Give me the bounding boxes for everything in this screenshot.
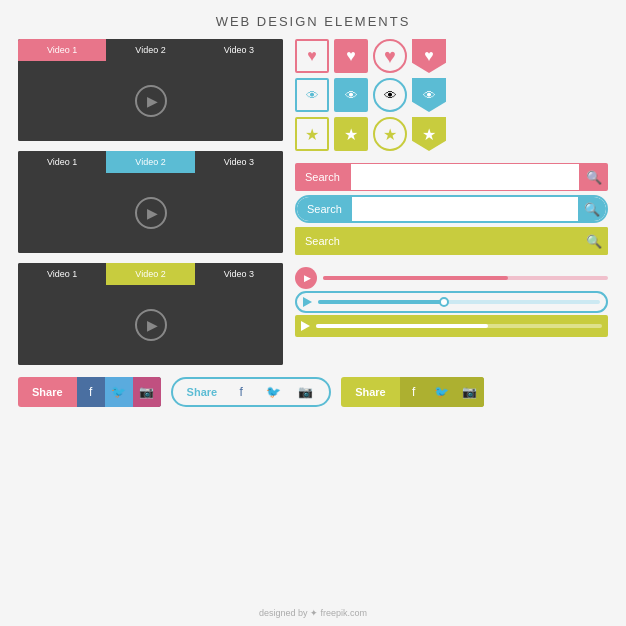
eye-outline-blue: 👁: [295, 78, 329, 112]
page-title: WEB DESIGN ELEMENTS: [0, 0, 626, 39]
share-label-blue: Share: [183, 379, 228, 405]
video-screen-1: ▶: [18, 61, 283, 141]
player-bars: ▶: [295, 267, 608, 339]
star-fill-yellow: ★: [334, 117, 368, 151]
video-tab-1-3[interactable]: Video 3: [195, 39, 283, 61]
star-outline-yellow: ★: [295, 117, 329, 151]
play-button-3[interactable]: ▶: [135, 309, 167, 341]
video-screen-3: ▶: [18, 285, 283, 365]
right-column: ♥ ♥ ♥ ♥ 👁 👁 👁 👁 ★ ★ ★ ★ Search 🔍: [295, 39, 608, 365]
play-button-2[interactable]: ▶: [135, 197, 167, 229]
share-label-pink: Share: [18, 377, 77, 407]
progress-track-yellow[interactable]: [316, 324, 602, 328]
search-bars: Search 🔍 Search 🔍 Search 🔍: [295, 163, 608, 259]
video-tab-2-3[interactable]: Video 3: [195, 151, 283, 173]
eye-circle-blue: 👁: [373, 78, 407, 112]
facebook-icon-pink[interactable]: f: [77, 377, 105, 407]
video-tab-2-2[interactable]: Video 2: [106, 151, 194, 173]
instagram-icon-yellow[interactable]: 📷: [456, 377, 484, 407]
eye-fill-blue: 👁: [334, 78, 368, 112]
search-label-blue: Search: [297, 197, 352, 221]
video-tabs-3: Video 1 Video 2 Video 3: [18, 263, 283, 285]
search-label-yellow: Search: [295, 227, 350, 255]
share-icons-pink: f 🐦 📷: [77, 377, 161, 407]
progress-track-pink[interactable]: [323, 276, 608, 280]
video-tab-1-2[interactable]: Video 2: [106, 39, 194, 61]
eye-flag-blue: 👁: [412, 78, 446, 112]
video-tab-1-1[interactable]: Video 1: [18, 39, 106, 61]
player-bar-blue: [295, 291, 608, 313]
search-bar-pink: Search 🔍: [295, 163, 608, 191]
facebook-icon-blue[interactable]: f: [227, 379, 255, 405]
facebook-icon-yellow[interactable]: f: [400, 377, 428, 407]
star-flag-yellow: ★: [412, 117, 446, 151]
player-bar-pink: ▶: [295, 267, 608, 289]
twitter-icon-blue[interactable]: 🐦: [259, 379, 287, 405]
progress-fill-yellow: [316, 324, 488, 328]
video-players-column: Video 1 Video 2 Video 3 ▶ Video 1 Video …: [18, 39, 283, 365]
share-icons-yellow: f 🐦 📷: [400, 377, 484, 407]
play-triangle-blue[interactable]: [303, 297, 312, 307]
share-bar-blue: Share f 🐦 📷: [171, 377, 332, 407]
play-button-1[interactable]: ▶: [135, 85, 167, 117]
heart-circle-pink: ♥: [373, 39, 407, 73]
search-button-blue[interactable]: 🔍: [578, 197, 606, 221]
search-button-yellow[interactable]: 🔍: [580, 227, 608, 255]
star-circle-yellow: ★: [373, 117, 407, 151]
credit-text: designed by ✦ freepik.com: [0, 608, 626, 618]
share-label-yellow: Share: [341, 377, 400, 407]
video-player-3: Video 1 Video 2 Video 3 ▶: [18, 263, 283, 365]
progress-track-blue[interactable]: [318, 300, 600, 304]
search-label-pink: Search: [295, 163, 350, 191]
heart-outline-pink: ♥: [295, 39, 329, 73]
instagram-icon-pink[interactable]: 📷: [133, 377, 161, 407]
search-input-yellow[interactable]: [350, 227, 580, 255]
search-bar-blue: Search 🔍: [295, 195, 608, 223]
search-input-blue[interactable]: [352, 197, 578, 221]
video-tab-3-2[interactable]: Video 2: [106, 263, 194, 285]
search-bar-yellow: Search 🔍: [295, 227, 608, 255]
player-bar-yellow: [295, 315, 608, 337]
play-triangle-yellow[interactable]: [301, 321, 310, 331]
heart-flag-pink: ♥: [412, 39, 446, 73]
icon-grid: ♥ ♥ ♥ ♥ 👁 👁 👁 👁 ★ ★ ★ ★: [295, 39, 608, 151]
twitter-icon-pink[interactable]: 🐦: [105, 377, 133, 407]
video-tab-3-1[interactable]: Video 1: [18, 263, 106, 285]
video-tab-2-1[interactable]: Video 1: [18, 151, 106, 173]
video-player-2: Video 1 Video 2 Video 3 ▶: [18, 151, 283, 253]
progress-fill-pink: [323, 276, 508, 280]
share-icons-blue: f 🐦 📷: [227, 379, 319, 405]
twitter-icon-yellow[interactable]: 🐦: [428, 377, 456, 407]
share-bar-yellow: Share f 🐦 📷: [341, 377, 484, 407]
search-input-pink[interactable]: [350, 163, 580, 191]
video-screen-2: ▶: [18, 173, 283, 253]
video-tab-3-3[interactable]: Video 3: [195, 263, 283, 285]
video-tabs-1: Video 1 Video 2 Video 3: [18, 39, 283, 61]
video-tabs-2: Video 1 Video 2 Video 3: [18, 151, 283, 173]
progress-fill-blue: [318, 300, 445, 304]
heart-fill-pink: ♥: [334, 39, 368, 73]
share-bar-pink: Share f 🐦 📷: [18, 377, 161, 407]
search-button-pink[interactable]: 🔍: [580, 163, 608, 191]
instagram-icon-blue[interactable]: 📷: [291, 379, 319, 405]
video-player-1: Video 1 Video 2 Video 3 ▶: [18, 39, 283, 141]
play-circle-pink[interactable]: ▶: [295, 267, 317, 289]
